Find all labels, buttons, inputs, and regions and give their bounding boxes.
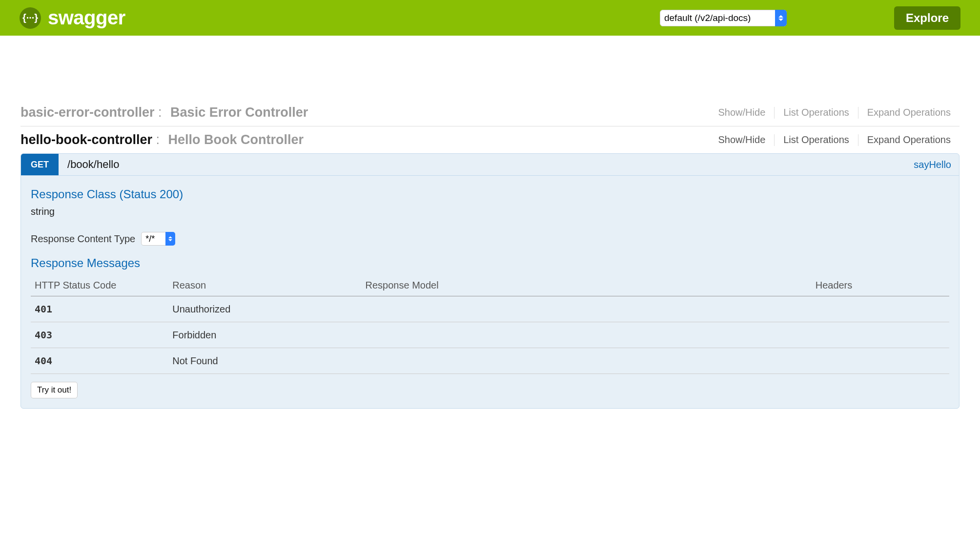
status-model xyxy=(362,296,812,322)
swagger-logo-icon: {···} xyxy=(20,7,41,29)
colon: : xyxy=(158,105,165,120)
controller-actions: Show/Hide List Operations Expand Operati… xyxy=(710,107,960,119)
content-type-row: Response Content Type */* xyxy=(31,232,949,246)
operation-nickname: sayHello xyxy=(914,159,951,170)
status-reason: Forbidden xyxy=(168,322,361,348)
expand-operations-link[interactable]: Expand Operations xyxy=(858,107,960,118)
controller-title[interactable]: hello-book-controller : Hello Book Contr… xyxy=(20,132,304,147)
content-type-select[interactable]: */* xyxy=(141,232,175,246)
controller-desc: Basic Error Controller xyxy=(170,105,308,120)
table-row: 403 Forbidden xyxy=(31,322,949,348)
api-select-wrap: default (/v2/api-docs) xyxy=(660,10,787,26)
try-it-out-button[interactable]: Try it out! xyxy=(31,382,78,398)
status-headers xyxy=(812,322,949,348)
col-header-model: Response Model xyxy=(362,275,812,296)
http-method-badge: GET xyxy=(21,154,59,175)
response-class-type: string xyxy=(31,206,949,217)
status-headers xyxy=(812,348,949,374)
content-type-select-wrap: */* xyxy=(141,232,175,246)
status-code: 401 xyxy=(31,296,168,322)
operation-header[interactable]: GET /book/hello sayHello xyxy=(21,154,959,175)
content-type-label: Response Content Type xyxy=(31,233,135,245)
operation-body: Response Class (Status 200) string Respo… xyxy=(21,175,959,408)
status-model xyxy=(362,348,812,374)
status-headers xyxy=(812,296,949,322)
response-messages-table: HTTP Status Code Reason Response Model H… xyxy=(31,275,949,374)
controller-header: hello-book-controller : Hello Book Contr… xyxy=(20,132,960,147)
controller-header: basic-error-controller : Basic Error Con… xyxy=(20,105,960,120)
operation-path: /book/hello xyxy=(67,158,119,171)
controller-hello-book: hello-book-controller : Hello Book Contr… xyxy=(20,126,960,415)
status-code: 403 xyxy=(31,322,168,348)
controller-title[interactable]: basic-error-controller : Basic Error Con… xyxy=(20,105,308,120)
app-header: {···} swagger default (/v2/api-docs) Exp… xyxy=(0,0,980,36)
list-operations-link[interactable]: List Operations xyxy=(775,134,858,145)
expand-operations-link[interactable]: Expand Operations xyxy=(858,134,960,145)
controller-basic-error: basic-error-controller : Basic Error Con… xyxy=(20,99,960,126)
table-row: 404 Not Found xyxy=(31,348,949,374)
main-content: basic-error-controller : Basic Error Con… xyxy=(0,36,980,434)
logo-text: swagger xyxy=(48,7,125,29)
table-row: 401 Unauthorized xyxy=(31,296,949,322)
api-spec-select[interactable]: default (/v2/api-docs) xyxy=(660,10,787,26)
controller-id: hello-book-controller xyxy=(20,132,152,147)
operations-list: GET /book/hello sayHello Response Class … xyxy=(20,153,960,409)
col-header-code: HTTP Status Code xyxy=(31,275,168,296)
col-header-reason: Reason xyxy=(168,275,361,296)
response-messages-heading: Response Messages xyxy=(31,256,949,270)
status-code: 404 xyxy=(31,348,168,374)
explore-button[interactable]: Explore xyxy=(894,6,960,30)
status-model xyxy=(362,322,812,348)
operation-get-book-hello: GET /book/hello sayHello Response Class … xyxy=(20,153,960,409)
controller-id: basic-error-controller xyxy=(20,105,155,120)
response-class-heading: Response Class (Status 200) xyxy=(31,187,949,201)
show-hide-link[interactable]: Show/Hide xyxy=(710,107,775,118)
list-operations-link[interactable]: List Operations xyxy=(775,107,858,118)
header-left: {···} swagger xyxy=(20,7,125,29)
controller-actions: Show/Hide List Operations Expand Operati… xyxy=(710,134,960,146)
colon: : xyxy=(156,132,163,147)
table-header-row: HTTP Status Code Reason Response Model H… xyxy=(31,275,949,296)
status-reason: Unauthorized xyxy=(168,296,361,322)
header-right: default (/v2/api-docs) Explore xyxy=(660,6,960,30)
col-header-headers: Headers xyxy=(812,275,949,296)
show-hide-link[interactable]: Show/Hide xyxy=(710,134,775,145)
controller-desc: Hello Book Controller xyxy=(168,132,304,147)
status-reason: Not Found xyxy=(168,348,361,374)
